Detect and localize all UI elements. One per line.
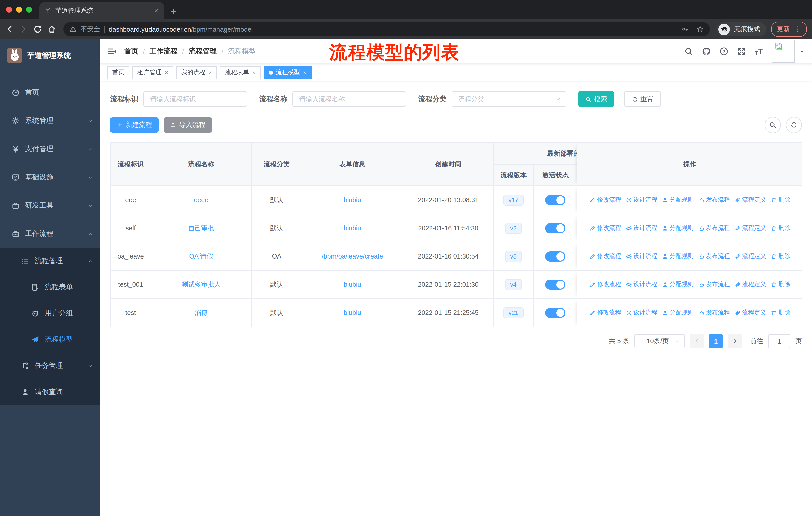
- action-trash[interactable]: 删除: [771, 252, 790, 261]
- caret-down-icon[interactable]: [800, 49, 805, 54]
- sidebar-item-home[interactable]: 首页: [0, 79, 100, 107]
- sidebar-item-devtools[interactable]: 研发工具: [0, 191, 100, 220]
- action-user[interactable]: 分配规则: [662, 280, 694, 289]
- form-info-link[interactable]: /bpm/oa/leave/create: [322, 252, 383, 260]
- address-bar[interactable]: 不安全 dashboard.yudao.iocoder.cn/bpm/manag…: [63, 22, 710, 36]
- refresh-table-button[interactable]: [786, 117, 802, 133]
- tag-close-icon[interactable]: ×: [303, 69, 307, 75]
- prev-page-button[interactable]: [690, 334, 704, 348]
- action-edit[interactable]: 修改流程: [589, 195, 621, 204]
- action-gear[interactable]: 设计流程: [626, 195, 658, 204]
- breadcrumb-workflow[interactable]: 工作流程: [149, 47, 178, 56]
- process-name-input[interactable]: [292, 91, 406, 107]
- action-edit[interactable]: 修改流程: [589, 308, 621, 317]
- import-process-button[interactable]: 导入流程: [164, 117, 212, 133]
- sidebar-item-process-form[interactable]: 流程表单: [0, 274, 100, 300]
- new-tab-icon[interactable]: [170, 8, 177, 15]
- reload-icon[interactable]: [33, 25, 42, 34]
- action-gear[interactable]: 设计流程: [626, 224, 658, 232]
- search-button[interactable]: 搜索: [578, 91, 614, 107]
- sidebar-item-system[interactable]: 系统管理: [0, 107, 100, 135]
- sidebar-toggle-icon[interactable]: [107, 47, 116, 56]
- form-info-link[interactable]: biubiu: [344, 196, 361, 203]
- create-process-button[interactable]: 新建流程: [110, 117, 158, 133]
- tag-process-form[interactable]: 流程表单×: [220, 66, 261, 79]
- sidebar-item-user-group[interactable]: 用户分组: [0, 300, 100, 327]
- active-toggle[interactable]: [545, 279, 565, 290]
- close-window-button[interactable]: [6, 6, 12, 12]
- tag-tenant[interactable]: 租户管理×: [133, 66, 173, 79]
- action-trash[interactable]: 删除: [771, 308, 790, 317]
- breadcrumb-process-mgmt[interactable]: 流程管理: [189, 47, 217, 56]
- minimize-window-button[interactable]: [16, 6, 22, 12]
- action-clip[interactable]: 流程定义: [734, 252, 766, 261]
- toggle-search-button[interactable]: [765, 117, 781, 133]
- reset-button[interactable]: 重置: [624, 91, 661, 107]
- process-name-link[interactable]: 自己审批: [188, 224, 214, 232]
- form-info-link[interactable]: biubiu: [344, 224, 361, 232]
- action-edit[interactable]: 修改流程: [589, 280, 621, 289]
- goto-page-input[interactable]: [768, 334, 790, 348]
- search-icon[interactable]: [684, 47, 693, 56]
- action-clip[interactable]: 流程定义: [734, 195, 766, 204]
- page-1-button[interactable]: 1: [709, 334, 723, 348]
- action-edit[interactable]: 修改流程: [589, 252, 621, 261]
- action-trash[interactable]: 删除: [771, 280, 790, 289]
- home-icon[interactable]: [47, 25, 56, 34]
- action-clip[interactable]: 流程定义: [734, 224, 766, 232]
- tag-close-icon[interactable]: ×: [165, 69, 168, 75]
- browser-menu-icon[interactable]: [794, 26, 802, 33]
- sidebar-item-payment[interactable]: 支付管理: [0, 135, 100, 163]
- action-hand[interactable]: 发布流程: [698, 308, 730, 317]
- action-hand[interactable]: 发布流程: [698, 224, 730, 232]
- forward-icon[interactable]: [19, 25, 28, 34]
- action-user[interactable]: 分配规则: [662, 195, 694, 204]
- form-info-link[interactable]: biubiu: [344, 309, 361, 317]
- process-name-link[interactable]: 滔博: [195, 309, 208, 316]
- tag-close-icon[interactable]: ×: [208, 69, 212, 75]
- tag-my-process[interactable]: 我的流程×: [176, 66, 217, 79]
- github-icon[interactable]: [702, 47, 711, 56]
- action-user[interactable]: 分配规则: [662, 224, 694, 232]
- browser-update-button[interactable]: 更新: [771, 22, 807, 37]
- tag-home[interactable]: 首页: [107, 66, 129, 79]
- active-toggle[interactable]: [545, 251, 565, 261]
- sidebar-item-workflow[interactable]: 工作流程: [0, 220, 100, 248]
- action-hand[interactable]: 发布流程: [698, 252, 730, 261]
- form-info-link[interactable]: biubiu: [344, 281, 361, 288]
- action-clip[interactable]: 流程定义: [734, 280, 766, 289]
- active-toggle[interactable]: [545, 308, 565, 318]
- action-gear[interactable]: 设计流程: [626, 252, 658, 261]
- process-key-input[interactable]: [143, 91, 247, 107]
- action-hand[interactable]: 发布流程: [698, 195, 730, 204]
- app-logo[interactable]: 芋道管理系统: [0, 43, 100, 67]
- key-icon[interactable]: [682, 26, 689, 33]
- help-icon[interactable]: [719, 47, 728, 56]
- process-name-link[interactable]: 测试多审批人: [181, 280, 221, 288]
- tag-process-model[interactable]: 流程模型×: [264, 66, 312, 79]
- next-page-button[interactable]: [728, 334, 742, 348]
- action-gear[interactable]: 设计流程: [626, 308, 658, 317]
- breadcrumb-home[interactable]: 首页: [124, 47, 139, 56]
- process-name-link[interactable]: eeee: [194, 196, 208, 203]
- tag-close-icon[interactable]: ×: [252, 69, 256, 75]
- page-size-select[interactable]: 10条/页: [634, 334, 685, 348]
- browser-tab[interactable]: 芋道管理系统: [39, 2, 164, 19]
- avatar[interactable]: [772, 40, 795, 63]
- process-name-link[interactable]: OA 请假: [189, 252, 213, 260]
- action-gear[interactable]: 设计流程: [626, 280, 658, 289]
- action-trash[interactable]: 删除: [771, 224, 790, 232]
- sidebar-item-task-mgmt[interactable]: 任务管理: [0, 353, 100, 379]
- sidebar-item-infra[interactable]: 基础设施: [0, 163, 100, 191]
- sidebar-item-process-model[interactable]: 流程模型: [0, 327, 100, 353]
- action-edit[interactable]: 修改流程: [589, 224, 621, 232]
- maximize-window-button[interactable]: [26, 6, 32, 12]
- active-toggle[interactable]: [545, 223, 565, 233]
- font-size-icon[interactable]: TT: [755, 47, 763, 56]
- action-hand[interactable]: 发布流程: [698, 280, 730, 289]
- action-user[interactable]: 分配规则: [662, 308, 694, 317]
- action-trash[interactable]: 删除: [771, 195, 790, 204]
- bookmark-star-icon[interactable]: [697, 26, 704, 33]
- active-toggle[interactable]: [545, 195, 565, 205]
- action-user[interactable]: 分配规则: [662, 252, 694, 261]
